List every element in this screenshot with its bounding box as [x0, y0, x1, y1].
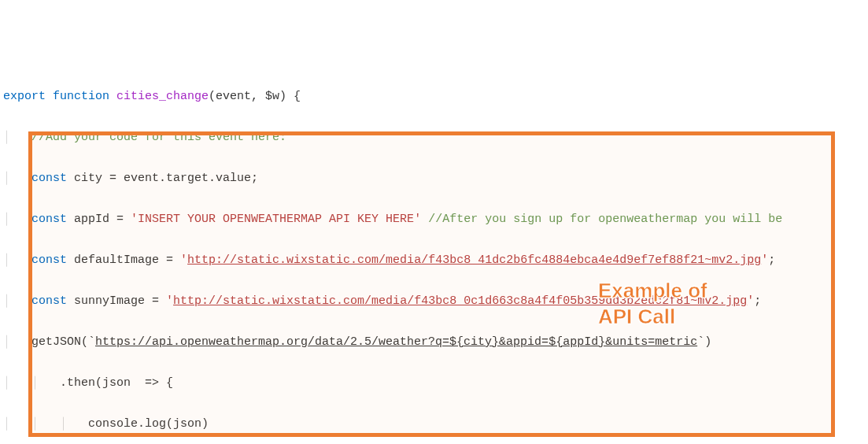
comment: //After you sign up for openweathermap y…	[428, 213, 782, 226]
code-line: │ const appId = 'INSERT YOUR OPENWEATHER…	[3, 209, 865, 230]
code-line: export function cities_change(event, $w)…	[3, 87, 865, 107]
kw-function: function	[53, 90, 109, 103]
url-literal: http://static.wixstatic.com/media/f43bc8…	[173, 294, 747, 308]
code-line: │ │ .then(json => {	[3, 373, 865, 394]
code-line: │ const city = event.target.value;	[3, 168, 865, 189]
code-line: │ const defaultImage = 'http://static.wi…	[3, 250, 865, 271]
code-line: │ │ │ console.log(json)	[3, 414, 865, 435]
code-line: │ getJSON(`https://api.openweathermap.or…	[3, 332, 865, 353]
code-line: │ const sunnyImage = 'http://static.wixs…	[3, 291, 865, 312]
fn-params: (event, $w) {	[209, 90, 301, 103]
fn-name: cities_change	[116, 90, 209, 103]
url-literal: https://api.openweathermap.org/data/2.5/…	[95, 335, 697, 349]
comment: //Add your code for this event here:	[31, 131, 286, 144]
url-literal: http://static.wixstatic.com/media/f43bc8…	[187, 253, 761, 267]
kw-export: export	[3, 90, 46, 103]
code-line: │ //Add your code for this event here:	[3, 128, 865, 148]
